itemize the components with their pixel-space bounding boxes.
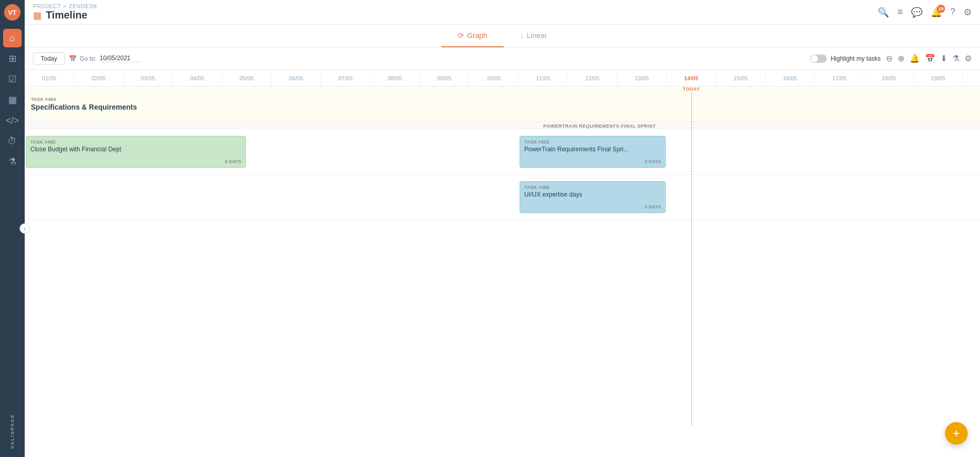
date-cell-01-05: 01/05 [25, 70, 74, 86]
empty-space [25, 220, 980, 426]
date-cell-11-05: 11/05 [519, 70, 568, 86]
alarm-icon[interactable]: 🔔 [910, 54, 920, 63]
chat-icon[interactable]: 💬 [911, 7, 922, 18]
toolbar-left: Today 📅 Go to: [33, 52, 141, 65]
date-cell-19-05: 19/05 [914, 70, 963, 86]
date-cell-18-05: 18/05 [864, 70, 914, 86]
linear-tab-icon: ↓ [520, 31, 524, 40]
code-icon: </> [6, 115, 19, 126]
timeline-container[interactable]: 01/0502/0503/0504/0505/0506/0507/0508/05… [25, 70, 980, 457]
date-cell-05-05: 05/05 [222, 70, 272, 86]
task-title-502: PowerTrain Requirements Final Spri... [524, 146, 661, 153]
sidebar-nav: ⌂ ⊞ ☑ ▦ </> ⏱ ⚗ [3, 29, 22, 414]
settings-icon[interactable]: ⚙ [964, 7, 972, 18]
zoom-out-icon[interactable]: ⊖ [886, 54, 893, 63]
task-bar-502[interactable]: TASK #502 PowerTrain Requirements Final … [520, 136, 666, 168]
highlight-toggle: Highlight my tasks [810, 55, 881, 63]
task-row-group3: TASK #488 UI/UX expertise days 5 DAYS [25, 175, 980, 220]
breadcrumb-separator: > [63, 3, 67, 9]
fab-add-button[interactable]: + [945, 422, 968, 445]
download-icon[interactable]: ⬇ [940, 54, 947, 63]
highlight-toggle-switch[interactable] [810, 55, 827, 63]
tasks-icon: ☑ [8, 74, 16, 85]
help-icon[interactable]: ? [950, 7, 955, 17]
sidebar-item-clock[interactable]: ⏱ [3, 132, 22, 150]
main-content: PROJECT > ZENDESK ▦ Timeline 🔍 ≡ 💬 🔔 19 … [25, 0, 980, 457]
goto-area: 📅 Go to: [69, 55, 141, 62]
date-cell-16-05: 16/05 [765, 70, 815, 86]
sidebar-item-home[interactable]: ⌂ [3, 29, 22, 47]
date-cell-02-05: 02/05 [74, 70, 123, 86]
group-row-specs[interactable]: TASK #484 Specifications & Requirements [25, 86, 980, 121]
tab-graph[interactable]: ⟳ Graph [441, 25, 504, 47]
sidebar-item-code[interactable]: </> [3, 111, 22, 130]
highlight-label: Highlight my tasks [831, 55, 881, 62]
zoom-in-icon[interactable]: ⊕ [898, 54, 904, 63]
date-cell-13-05: 13/05 [617, 70, 667, 86]
sidebar-item-tasks[interactable]: ☑ [3, 70, 22, 89]
sidebar: › VT ⌂ ⊞ ☑ ▦ </> ⏱ ⚗ VALISPACE [0, 0, 25, 457]
today-line [691, 93, 692, 426]
date-cell-03-05: 03/05 [123, 70, 173, 86]
toggle-knob [811, 55, 818, 62]
calendar-toolbar-icon[interactable]: 📅 [925, 54, 935, 63]
graph-tab-icon: ⟳ [458, 31, 464, 40]
date-cell-12-05: 12/05 [568, 70, 617, 86]
task-id-484: TASK #484 [31, 97, 137, 102]
task-days-502: 5 DAYS [645, 159, 661, 164]
task-bar-485[interactable]: TASK #485 Close Budget with Financial De… [26, 136, 246, 168]
sidebar-item-lab[interactable]: ⚗ [3, 152, 22, 171]
timeline-icon: ▦ [33, 10, 42, 21]
list-icon[interactable]: ≡ [897, 7, 903, 17]
today-label: TODAY [683, 86, 700, 92]
date-cell-20-05: 20/05 [963, 70, 980, 86]
task-days-485: 5 DAYS [225, 159, 241, 164]
tab-linear[interactable]: ↓ Linear [504, 25, 563, 47]
page-title: Timeline [46, 9, 87, 21]
date-cell-07-05: 07/05 [321, 70, 370, 86]
top-header: PROJECT > ZENDESK ▦ Timeline 🔍 ≡ 💬 🔔 19 … [25, 0, 980, 25]
task-title-485: Close Budget with Financial Dept [30, 146, 241, 153]
grid-icon: ⊞ [9, 53, 16, 64]
header-actions: 🔍 ≡ 💬 🔔 19 ? ⚙ [878, 7, 972, 18]
brand-name: VALISPACE [10, 414, 15, 449]
timeline-content: TASK #484 Specifications & Requirements … [25, 86, 980, 426]
task-title-488: UI/UX expertise days [524, 191, 661, 198]
task-label-502: TASK #502 [524, 139, 661, 145]
more-settings-icon[interactable]: ⚙ [965, 54, 972, 63]
sprint-label: POWERTRAIN REQUIREMENTS FINAL SPRINT [543, 124, 656, 129]
sprint-label-row: POWERTRAIN REQUIREMENTS FINAL SPRINT [25, 121, 980, 130]
breadcrumb-project: PROJECT [33, 3, 61, 9]
sidebar-item-grid[interactable]: ⊞ [3, 49, 22, 68]
lab-icon: ⚗ [8, 156, 16, 167]
view-tabs: ⟳ Graph ↓ Linear [25, 25, 980, 47]
chart-icon: ▦ [8, 94, 17, 106]
task-title-484: Specifications & Requirements [31, 103, 137, 111]
calendar-icon: 📅 [69, 55, 77, 62]
avatar[interactable]: VT [4, 4, 21, 21]
notification-wrapper[interactable]: 🔔 19 [931, 7, 942, 18]
today-button[interactable]: Today [33, 52, 65, 65]
home-icon: ⌂ [10, 33, 15, 44]
date-cell-17-05: 17/05 [815, 70, 864, 86]
date-cell-14-05: 14/05 [667, 70, 716, 86]
task-bar-488[interactable]: TASK #488 UI/UX expertise days 5 DAYS [520, 181, 666, 213]
filter-icon[interactable]: ⚗ [952, 54, 959, 63]
search-icon[interactable]: 🔍 [878, 7, 889, 18]
sidebar-collapse-button[interactable]: › [20, 223, 30, 234]
date-cell-10-05: 10/05 [469, 70, 519, 86]
header-left: PROJECT > ZENDESK ▦ Timeline [33, 3, 97, 21]
goto-date-input[interactable] [100, 55, 141, 62]
date-cell-08-05: 08/05 [370, 70, 420, 86]
date-cell-09-05: 09/05 [420, 70, 469, 86]
date-cell-04-05: 04/05 [173, 70, 222, 86]
task-label-485: TASK #485 [30, 139, 241, 145]
task-row-group2: TASK #485 Close Budget with Financial De… [25, 130, 980, 175]
date-cell-15-05: 15/05 [716, 70, 765, 86]
sidebar-item-chart[interactable]: ▦ [3, 91, 22, 109]
page-title-area: ▦ Timeline [33, 9, 97, 21]
date-cell-06-05: 06/05 [272, 70, 321, 86]
task-label-488: TASK #488 [524, 185, 661, 190]
date-header: 01/0502/0503/0504/0505/0506/0507/0508/05… [25, 70, 980, 86]
goto-label: Go to: [80, 55, 97, 62]
